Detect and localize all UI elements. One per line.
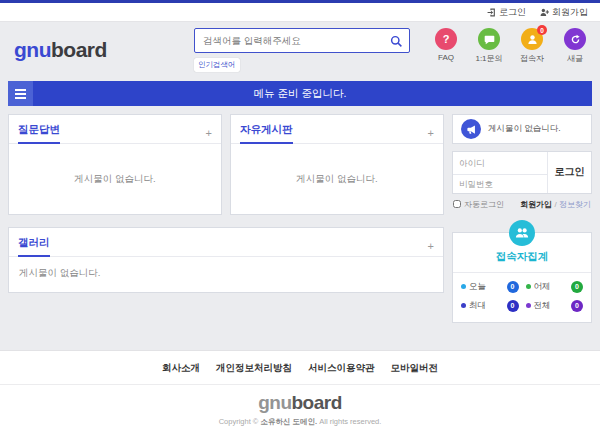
board-free-empty-text: 게시물이 없습니다.	[231, 144, 443, 214]
site-logo[interactable]: gnuboard	[14, 38, 107, 62]
new-posts-button[interactable]: 새글	[558, 28, 592, 64]
board-gallery-more-button[interactable]: +	[428, 241, 434, 256]
auto-login-checkbox[interactable]: 자동로그인	[453, 199, 504, 210]
comment-icon	[484, 34, 495, 45]
login-button[interactable]: 로그인	[547, 152, 591, 193]
login-link[interactable]: 로그인	[487, 6, 526, 19]
stat-today-value: 0	[507, 281, 519, 293]
login-id-input[interactable]	[453, 154, 547, 173]
site-footer: 회사소개 개인정보처리방침 서비스이용약관 모바일버전 gnuboard Cop…	[0, 350, 600, 435]
stat-total-label: 전체	[534, 300, 551, 312]
popular-search-tag[interactable]: 인기검색어	[194, 58, 240, 72]
stat-yesterday: 어제 0	[526, 281, 584, 293]
board-free-title[interactable]: 자유게시판	[240, 123, 293, 144]
footer-link-privacy[interactable]: 개인정보처리방침	[216, 362, 292, 375]
stat-today-label: 오늘	[469, 281, 486, 293]
main-menu-bar: 메뉴 준비 중입니다.	[8, 81, 592, 106]
stat-yesterday-label: 어제	[534, 281, 551, 293]
visitor-stats-title: 접속자집계	[453, 250, 591, 273]
signup-text-link[interactable]: 회원가입	[520, 200, 552, 209]
board-gallery-empty-text: 게시물이 없습니다.	[9, 257, 443, 292]
stat-yesterday-value: 0	[571, 281, 583, 293]
site-header: gnuboard 인기검색어 ? FAQ 1:1문의 0 접속자	[0, 22, 600, 78]
signup-link-label: 회원가입	[552, 6, 588, 19]
auto-login-label: 자동로그인	[464, 199, 504, 210]
visitors-group-icon	[509, 220, 535, 246]
footer-link-mobile[interactable]: 모바일버전	[391, 362, 439, 375]
login-password-input[interactable]	[453, 174, 547, 193]
refresh-icon	[570, 34, 581, 45]
search-input[interactable]	[194, 28, 410, 53]
notice-widget: 게시물이 없습니다.	[452, 114, 592, 144]
board-qna-empty-text: 게시물이 없습니다.	[9, 144, 221, 214]
new-posts-label: 새글	[558, 53, 592, 64]
inquiry-button[interactable]: 1:1문의	[472, 28, 506, 64]
stat-total-value: 0	[571, 300, 583, 312]
signup-link[interactable]: 회원가입	[540, 6, 588, 19]
search-area: 인기검색어	[194, 28, 410, 72]
question-mark-icon: ?	[443, 33, 450, 45]
find-info-link[interactable]: 정보찾기	[559, 200, 591, 209]
login-form: 로그인	[452, 151, 592, 194]
footer-link-company[interactable]: 회사소개	[162, 362, 200, 375]
total-dot	[526, 303, 531, 308]
board-free-more-button[interactable]: +	[428, 128, 434, 143]
link-separator: /	[555, 200, 557, 209]
boards-column: 질문답변 + 게시물이 없습니다. 자유게시판 + 게시물이 없습니다. 갤러리…	[8, 114, 444, 293]
search-icon[interactable]	[390, 34, 403, 52]
inquiry-label: 1:1문의	[472, 53, 506, 64]
today-dot	[461, 284, 466, 289]
logo-board: board	[51, 38, 107, 61]
stat-total: 전체 0	[526, 300, 584, 312]
main-content: 질문답변 + 게시물이 없습니다. 자유게시판 + 게시물이 없습니다. 갤러리…	[0, 106, 600, 350]
connected-users-button[interactable]: 0 접속자	[515, 28, 549, 64]
board-free: 자유게시판 + 게시물이 없습니다.	[230, 114, 444, 215]
board-qna-title[interactable]: 질문답변	[18, 123, 60, 144]
visitor-stats-widget: 접속자집계 오늘 0 어제 0 최대 0 전체 0	[452, 232, 592, 323]
sidebar: 게시물이 없습니다. 로그인 자동로그인 회원가입 / 정보찾기	[452, 114, 592, 323]
stat-max-label: 최대	[469, 300, 486, 312]
copyright-text: Copyright © 소유하신 도메인. All rights reserve…	[0, 417, 600, 435]
max-dot	[461, 303, 466, 308]
footer-logo-gnu: gnu	[258, 392, 291, 413]
faq-button[interactable]: ? FAQ	[429, 28, 463, 64]
notice-empty-text: 게시물이 없습니다.	[488, 123, 561, 135]
footer-links: 회사소개 개인정보처리방침 서비스이용약관 모바일버전	[0, 362, 600, 385]
megaphone-icon	[461, 119, 481, 139]
copyright-domain: 소유하신 도메인.	[260, 417, 317, 426]
auto-login-input[interactable]	[453, 200, 461, 208]
stat-max-value: 0	[507, 300, 519, 312]
yesterday-dot	[526, 284, 531, 289]
footer-link-terms[interactable]: 서비스이용약관	[308, 362, 375, 375]
user-plus-icon	[540, 8, 549, 17]
board-gallery: 갤러리 + 게시물이 없습니다.	[8, 227, 444, 293]
footer-logo-board: board	[292, 392, 342, 413]
sign-in-icon	[487, 8, 496, 17]
logo-gnu: gnu	[14, 38, 51, 61]
user-icon	[527, 34, 538, 45]
faq-label: FAQ	[429, 53, 463, 62]
login-link-label: 로그인	[499, 6, 526, 19]
connected-users-label: 접속자	[515, 53, 549, 64]
board-qna: 질문답변 + 게시물이 없습니다.	[8, 114, 222, 215]
top-bar: 로그인 회원가입	[0, 3, 600, 22]
quick-icons: ? FAQ 1:1문의 0 접속자 새글	[429, 28, 592, 64]
footer-logo: gnuboard	[0, 392, 600, 414]
login-options-row: 자동로그인 회원가입 / 정보찾기	[452, 199, 592, 210]
menu-notice-text: 메뉴 준비 중입니다.	[8, 87, 592, 101]
board-qna-more-button[interactable]: +	[206, 128, 212, 143]
board-gallery-title[interactable]: 갤러리	[18, 236, 50, 257]
stat-max: 최대 0	[461, 300, 519, 312]
connected-count-badge: 0	[537, 25, 547, 35]
stat-today: 오늘 0	[461, 281, 519, 293]
